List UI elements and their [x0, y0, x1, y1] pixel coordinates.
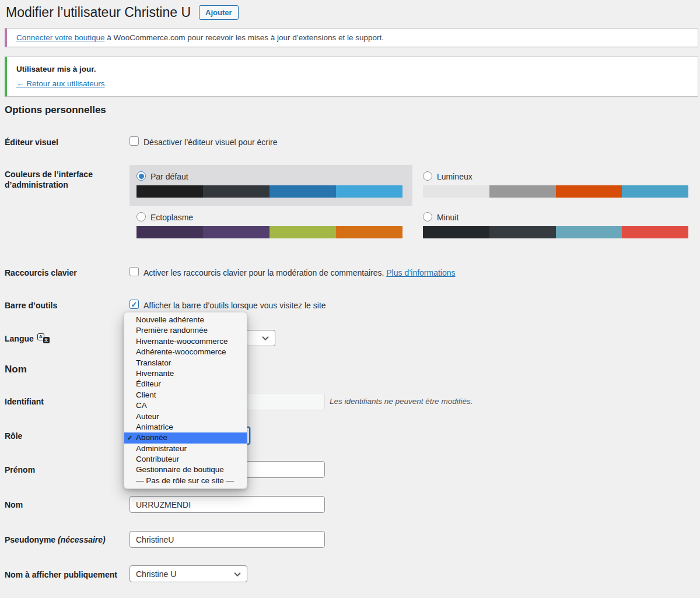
more-information-link[interactable]: Plus d’informations	[386, 268, 455, 277]
first-name-label: Prénom	[5, 465, 35, 475]
role-option[interactable]: Adhérente-woocommerce	[124, 347, 247, 357]
display-name-select[interactable]: Christine U	[130, 565, 247, 582]
color-scheme-label-default[interactable]: Par défaut	[150, 172, 188, 181]
role-option[interactable]: Hivernante	[124, 368, 247, 379]
visual-editor-label: Éditeur visuel	[5, 137, 58, 147]
role-option[interactable]: CA	[124, 400, 247, 411]
color-scheme-swatch-ectoplasm[interactable]	[136, 226, 402, 238]
toolbar-label: Barre d’outils	[5, 300, 57, 311]
role-option[interactable]: Animatrice	[124, 422, 247, 432]
back-to-users-link[interactable]: ← Retour aux utilisateurs	[16, 79, 105, 88]
role-option[interactable]: Administrateur	[124, 444, 247, 454]
last-name-field[interactable]	[130, 496, 325, 513]
role-option[interactable]: Éditeur	[124, 379, 247, 389]
display-name-label: Nom à afficher publiquement	[5, 569, 117, 580]
page-title: Modifier l’utilisateur Christine U	[6, 5, 191, 20]
color-scheme-radio-default[interactable]	[136, 171, 146, 181]
role-option[interactable]: Translator	[124, 358, 247, 368]
visual-editor-checkbox[interactable]	[130, 136, 139, 146]
color-scheme-label-light[interactable]: Lumineux	[437, 172, 473, 181]
translation-icon: A文	[37, 333, 50, 343]
color-scheme-radio-light[interactable]	[423, 171, 432, 181]
color-scheme-label-midnight[interactable]: Minuit	[437, 213, 459, 222]
user-updated-message: Utilisateur mis à jour.	[16, 65, 688, 73]
user-updated-notice: Utilisateur mis à jour. ← Retour aux uti…	[5, 57, 698, 97]
color-scheme-radio-midnight[interactable]	[423, 212, 432, 221]
woocommerce-notice-text: à WooCommerce.com pour recevoir les mise…	[105, 33, 384, 42]
language-label: LangueA文	[5, 333, 50, 344]
nickname-label: Pseudonyme (nécessaire)	[5, 534, 106, 545]
color-scheme-radio-ectoplasm[interactable]	[136, 212, 146, 221]
keyboard-shortcuts-label: Raccourcis clavier	[5, 268, 77, 278]
visual-editor-checkbox-label[interactable]: Désactiver l’éditeur visuel pour écrire	[144, 137, 278, 147]
role-option[interactable]: Nouvelle adhérente	[124, 315, 247, 325]
required-note: (nécessaire)	[58, 535, 106, 544]
keyboard-shortcuts-checkbox-label[interactable]: Activer les raccourcis clavier pour la m…	[144, 268, 456, 278]
username-label: Identifiant	[5, 396, 44, 407]
last-name-label: Nom	[5, 499, 23, 510]
role-option[interactable]: Gestionnaire de boutique	[124, 465, 247, 475]
name-section-heading: Nom	[5, 364, 27, 375]
role-option[interactable]: Client	[124, 390, 247, 400]
check-icon: ✓	[127, 432, 135, 443]
role-option[interactable]: Contributeur	[124, 454, 247, 465]
color-scheme-label-ectoplasm[interactable]: Ectoplasme	[150, 213, 193, 222]
keyboard-shortcuts-checkbox[interactable]	[130, 267, 139, 276]
admin-colors-label: Couleurs de l’interface d’administration	[5, 169, 93, 190]
color-scheme-swatch-light[interactable]	[423, 185, 688, 198]
role-label: Rôle	[5, 431, 22, 441]
connect-store-link[interactable]: Connecter votre boutique	[16, 33, 105, 42]
check-icon: ✓	[131, 301, 138, 308]
toolbar-checkbox[interactable]: ✓	[130, 300, 139, 309]
nickname-field[interactable]	[130, 531, 325, 548]
role-option[interactable]: Auteur	[124, 411, 247, 422]
role-option[interactable]: Première randonnée	[124, 325, 247, 336]
username-note: Les identifiants ne peuvent être modifié…	[330, 397, 473, 406]
role-option-selected[interactable]: ✓Abonnée	[124, 432, 247, 443]
color-scheme-swatch-midnight[interactable]	[423, 226, 688, 238]
color-scheme-swatch-default[interactable]	[136, 185, 402, 198]
personal-options-heading: Options personnelles	[5, 104, 106, 116]
page-header: Modifier l’utilisateur Christine U Ajout…	[6, 5, 239, 20]
toolbar-checkbox-label[interactable]: Afficher la barre d’outils lorsque vous …	[144, 300, 326, 311]
role-option[interactable]: Hivernante-woocommerce	[124, 336, 247, 347]
woocommerce-connect-notice: Connecter votre boutique à WooCommerce.c…	[5, 28, 698, 47]
role-dropdown-menu: Nouvelle adhérente Première randonnée Hi…	[124, 312, 247, 489]
add-user-button[interactable]: Ajouter	[199, 5, 239, 20]
chevron-down-icon	[262, 334, 268, 340]
chevron-down-icon	[234, 569, 240, 576]
role-option[interactable]: — Pas de rôle sur ce site —	[124, 476, 247, 486]
